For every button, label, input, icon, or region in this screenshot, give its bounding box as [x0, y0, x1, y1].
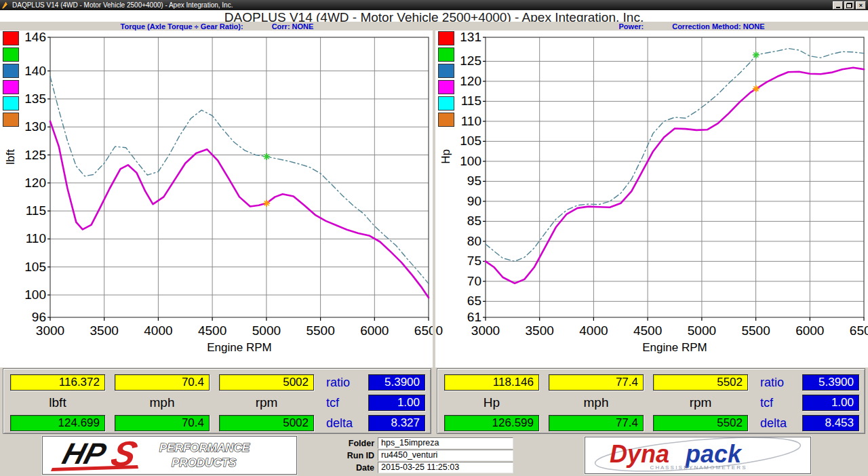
speed-cursor-value: 70.4	[115, 374, 210, 391]
speed-reference-value: 77.4	[549, 415, 644, 431]
y-axis: 6165707580859095100105110115120125131	[460, 30, 486, 324]
date-input[interactable]: 2015-03-25 11:25:03	[378, 462, 513, 473]
svg-text:5000: 5000	[688, 323, 716, 338]
svg-text:110: 110	[26, 231, 46, 245]
svg-text:140: 140	[24, 64, 46, 78]
legend-swatch[interactable]	[438, 31, 454, 45]
run-id-field-row: Run ID ru4450_venturi	[335, 450, 522, 461]
daqplus-window: { "window": { "title": "DAQPLUS V14 (4WD…	[0, 0, 868, 476]
power-reference-value: 126.599	[444, 415, 539, 431]
power-left-column: Hp	[435, 31, 458, 368]
window-title: DAQPLUS V14 (4WD - Motor Vehicle 2500+40…	[12, 1, 831, 9]
svg-text:3000: 3000	[36, 323, 64, 338]
torque-data-panel: 116.372 70.4 5002 ratio 5.3900 lbft mph …	[3, 368, 431, 434]
torque-cursor-value: 116.372	[10, 374, 105, 391]
legend-swatch[interactable]	[438, 64, 454, 78]
svg-text:5500: 5500	[741, 323, 770, 338]
legend-swatch[interactable]	[3, 47, 19, 62]
close-button[interactable]: ×	[856, 1, 866, 9]
rpm-reference-value: 5502	[653, 415, 748, 431]
run-info-fields: Folder hps_15impreza Run ID ru4450_ventu…	[335, 437, 522, 474]
legend-swatch[interactable]	[438, 96, 454, 111]
delta-label: delta	[757, 415, 793, 431]
svg-text:70: 70	[467, 274, 481, 288]
svg-text:3500: 3500	[526, 323, 554, 338]
legend-swatch[interactable]	[3, 80, 19, 94]
power-plot[interactable]: 6165707580859095100105110115120125131300…	[458, 31, 868, 368]
svg-text:110: 110	[461, 114, 481, 128]
hps-hp-text: HP	[59, 437, 110, 471]
minimize-button[interactable]	[833, 1, 843, 9]
delta-value: 8.327	[368, 415, 425, 431]
report-heading-row: DAQPLUS V14 (4WD - Motor Vehicle 2500+40…	[0, 10, 868, 22]
dynapack-dyna-text: Dyna	[610, 440, 669, 468]
hps-logo: HP S PERFORMANCE PRODUCTS	[42, 436, 297, 475]
svg-text:6000: 6000	[360, 323, 389, 338]
hps-performance-text: PERFORMANCE	[159, 441, 250, 454]
speed-unit-label: mph	[115, 395, 210, 411]
svg-text:80: 80	[467, 234, 481, 248]
svg-text:4000: 4000	[144, 323, 172, 338]
cursor-readout-row: 116.372 70.4 5002 ratio 5.3900 lbft mph …	[0, 368, 868, 435]
power-chart-header: Power: Correction Method: NONE	[475, 22, 868, 31]
hps-products-text: PRODUCTS	[172, 456, 237, 469]
svg-text:125: 125	[24, 148, 46, 162]
torque-plot[interactable]: 9610010511011512012513013514014630003500…	[23, 31, 433, 368]
x-axis: 30003500400045005000550060006500Engine R…	[471, 317, 868, 354]
svg-text:120: 120	[460, 74, 481, 88]
power-cursor-value: 118.146	[444, 374, 539, 391]
svg-text:96: 96	[32, 310, 46, 324]
restore-button[interactable]	[844, 1, 854, 9]
tcf-label: tcf	[757, 395, 793, 411]
ratio-label: ratio	[757, 374, 793, 391]
ratio-value: 5.3900	[368, 374, 425, 391]
power-current-run	[486, 68, 864, 283]
delta-value: 8.453	[802, 415, 859, 431]
cursor-marker[interactable]	[263, 200, 270, 207]
svg-text:90: 90	[467, 194, 481, 208]
power-correction-label: Correction Method: NONE	[672, 22, 764, 31]
dynapack-logo-art: Dyna pack C H A S S I S D Y N A M O M E …	[585, 437, 810, 473]
torque-current-run	[50, 121, 429, 298]
rpm-cursor-value: 5502	[653, 374, 748, 391]
svg-text:Engine RPM: Engine RPM	[642, 341, 707, 354]
legend-swatch[interactable]	[3, 96, 19, 111]
tcf-value: 1.00	[368, 395, 425, 411]
power-reference-run	[486, 49, 864, 262]
svg-text:65: 65	[467, 294, 481, 308]
rpm-cursor-value: 5002	[219, 374, 314, 391]
run-color-legend	[0, 31, 23, 127]
svg-text:3500: 3500	[90, 323, 119, 338]
torque-y-axis-title: lbft	[4, 149, 18, 165]
gridlines	[486, 37, 864, 317]
plot-frame	[486, 37, 864, 317]
torque-reference-value: 124.699	[10, 415, 105, 431]
cursor-marker[interactable]	[753, 52, 760, 58]
legend-swatch[interactable]	[3, 64, 19, 78]
ratio-label: ratio	[323, 374, 359, 391]
svg-text:5000: 5000	[252, 323, 281, 338]
torque-correction-label: Corr: NONE	[272, 22, 314, 31]
svg-text:131: 131	[460, 30, 481, 44]
x-axis: 30003500400045005000550060006500Engine R…	[36, 317, 443, 354]
svg-text:135: 135	[24, 92, 46, 106]
svg-text:Engine RPM: Engine RPM	[207, 341, 271, 354]
cursor-marker[interactable]	[263, 153, 270, 160]
legend-swatch[interactable]	[3, 31, 19, 45]
date-field-row: Date 2015-03-25 11:25:03	[335, 462, 522, 473]
svg-text:4000: 4000	[579, 323, 608, 338]
svg-text:100: 100	[460, 154, 481, 168]
legend-swatch[interactable]	[438, 47, 454, 62]
rpm-unit-label: rpm	[653, 395, 748, 411]
svg-text:6500: 6500	[850, 323, 868, 338]
window-titlebar: DAQPLUS V14 (4WD - Motor Vehicle 2500+40…	[0, 0, 868, 10]
legend-swatch[interactable]	[438, 113, 454, 127]
dynapack-logo: Dyna pack C H A S S I S D Y N A M O M E …	[585, 437, 811, 474]
dynapack-subtitle-text: C H A S S I S D Y N A M O M E T E R S	[650, 464, 745, 471]
speed-unit-label: mph	[549, 395, 644, 411]
folder-input[interactable]: hps_15impreza	[378, 437, 513, 449]
legend-swatch[interactable]	[3, 113, 19, 127]
run-id-input[interactable]: ru4450_venturi	[378, 450, 513, 461]
legend-swatch[interactable]	[438, 80, 454, 94]
torque-header-label: Torque (Axle Torque ÷ Gear Ratio):	[121, 22, 243, 31]
